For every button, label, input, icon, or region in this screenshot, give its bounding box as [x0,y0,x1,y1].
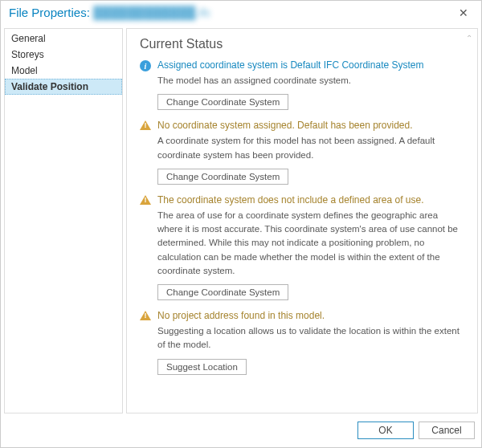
info-icon: i [140,60,151,71]
status-icon-col [140,194,157,300]
close-button[interactable]: ✕ [452,3,475,22]
sidebar-item-validate-position[interactable]: Validate Position [5,79,122,95]
status-title: No project address found in this model. [157,310,464,321]
status-title: No coordinate system assigned. Default h… [157,120,464,131]
status-desc: The model has an assigned coordinate sys… [157,74,464,88]
change-coordinate-system-button[interactable]: Change Coordinate System [157,94,288,110]
title-filename: ████████████.ifc [93,6,211,19]
status-text-col: The coordinate system does not include a… [157,194,464,300]
sidebar-item-label: Validate Position [11,81,88,92]
status-text-col: Assigned coordinate system is Default IF… [157,59,464,110]
status-icon-col [140,310,157,375]
status-item: No coordinate system assigned. Default h… [140,120,464,185]
title-prefix: File Properties: [9,6,90,19]
content-area: General Storeys Model Validate Position … [1,25,481,417]
main-panel: ⌃ Current Status i Assigned coordinate s… [126,28,478,413]
close-icon: ✕ [459,6,468,19]
status-desc: Suggesting a location allows us to valid… [157,324,464,352]
suggest-location-button[interactable]: Suggest Location [157,359,247,375]
status-desc: A coordinate system for this model has n… [157,134,464,162]
status-item: i Assigned coordinate system is Default … [140,59,464,110]
warning-icon [140,195,151,205]
panel-heading: Current Status [140,37,464,51]
sidebar: General Storeys Model Validate Position [4,28,123,413]
status-icon-col: i [140,59,157,110]
titlebar: File Properties: ████████████.ifc ✕ [1,1,481,25]
change-coordinate-system-button[interactable]: Change Coordinate System [157,284,288,300]
sidebar-item-label: Storeys [11,49,44,60]
status-item: No project address found in this model. … [140,310,464,375]
status-desc: The area of use for a coordinate system … [157,209,464,278]
status-text-col: No project address found in this model. … [157,310,464,375]
status-icon-col [140,120,157,185]
status-text-col: No coordinate system assigned. Default h… [157,120,464,185]
sidebar-item-model[interactable]: Model [5,63,122,79]
scroll-up-icon[interactable]: ⌃ [466,34,472,43]
sidebar-item-storeys[interactable]: Storeys [5,47,122,63]
ok-button[interactable]: OK [357,422,414,439]
status-item: The coordinate system does not include a… [140,194,464,300]
footer: OK Cancel [1,417,481,444]
change-coordinate-system-button[interactable]: Change Coordinate System [157,169,288,185]
warning-icon [140,311,151,320]
status-title: The coordinate system does not include a… [157,194,464,206]
sidebar-item-label: General [11,33,46,44]
warning-icon [140,120,151,130]
sidebar-item-general[interactable]: General [5,31,122,47]
status-title: Assigned coordinate system is Default IF… [157,59,464,71]
sidebar-item-label: Model [11,65,38,76]
cancel-button[interactable]: Cancel [419,422,475,439]
